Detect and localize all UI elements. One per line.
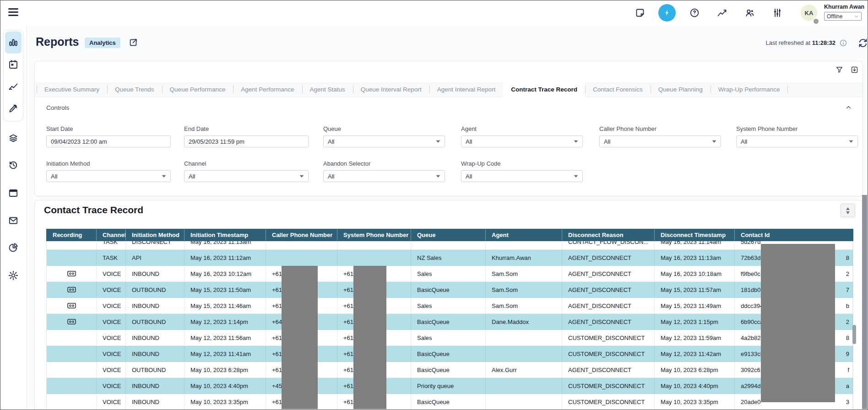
table-row[interactable]: VOICEINBOUNDMay 12, 2023 11:56am+614+612… bbox=[47, 330, 853, 346]
contacts-icon[interactable] bbox=[744, 7, 755, 18]
recording-icon[interactable] bbox=[67, 270, 76, 277]
caret-down-icon bbox=[162, 175, 166, 178]
recording-icon[interactable] bbox=[67, 318, 76, 325]
chevron-up-icon bbox=[845, 103, 852, 111]
agent-select[interactable]: All bbox=[461, 135, 583, 147]
filter-icon[interactable] bbox=[835, 65, 844, 74]
cell-disconnect-timestamp: May 15, 2023 11:49am bbox=[655, 298, 735, 314]
note-icon[interactable] bbox=[635, 7, 646, 18]
tab-agent-performance[interactable]: Agent Performance bbox=[233, 82, 302, 97]
table-row[interactable]: VOICEINBOUNDMay 16, 2023 10:12am+614+612… bbox=[47, 266, 853, 282]
queue-select[interactable]: All bbox=[323, 135, 445, 147]
column-header-disconnect-reason[interactable]: Disconnect Reason bbox=[562, 229, 655, 241]
refresh-icon[interactable] bbox=[857, 38, 868, 49]
channel-select[interactable]: All bbox=[184, 170, 309, 182]
column-header-caller-phone-number[interactable]: Caller Phone Number bbox=[266, 229, 337, 241]
external-link-icon[interactable] bbox=[128, 38, 138, 48]
sidebar-item-design[interactable] bbox=[5, 97, 22, 119]
table-row[interactable]: TASKAPIMay 16, 2023 11:12amNZ SalesKhurr… bbox=[47, 250, 853, 266]
flash-icon[interactable] bbox=[658, 4, 676, 22]
info-icon[interactable] bbox=[839, 39, 847, 47]
column-header-disconnect-timestamp[interactable]: Disconnect Timestamp bbox=[655, 229, 735, 241]
contact-id-prefix: 6b90cca bbox=[741, 318, 763, 325]
column-header-queue[interactable]: Queue bbox=[411, 229, 486, 241]
tab-queue-trends[interactable]: Queue Trends bbox=[107, 82, 162, 97]
last-refreshed-time: 11:28:32 bbox=[812, 39, 835, 46]
table-row[interactable]: VOICEINBOUNDMay 12, 2023 11:41am+614+612… bbox=[47, 346, 853, 362]
column-header-agent[interactable]: Agent bbox=[486, 229, 562, 241]
field-value: All bbox=[604, 138, 610, 145]
design-brush-icon bbox=[8, 103, 19, 114]
sidebar-item-settings[interactable] bbox=[8, 270, 19, 281]
field-value: All bbox=[189, 173, 195, 180]
end-date-input[interactable]: 29/05/2023 11:59 pm bbox=[184, 135, 309, 147]
table-row[interactable]: VOICEOUTBOUNDMay 12, 2023 1:14pm+642+612… bbox=[47, 314, 853, 330]
cell-initiation-method: OUTBOUND bbox=[126, 282, 184, 298]
calendar-icon bbox=[8, 59, 19, 70]
collapse-controls-button[interactable] bbox=[845, 103, 852, 111]
tab-contact-forensics[interactable]: Contact Forensics bbox=[585, 82, 651, 97]
tab-queue-interval-report[interactable]: Queue Interval Report bbox=[353, 82, 429, 97]
cell-recording bbox=[47, 394, 97, 410]
table-row[interactable]: VOICEOUTBOUNDMay 10, 2023 6:28pm+614+612… bbox=[47, 362, 853, 378]
column-header-initiation-method[interactable]: Initiation Method bbox=[126, 229, 184, 241]
wrap-up-code-select[interactable]: All bbox=[461, 170, 583, 182]
sliders-icon[interactable] bbox=[772, 7, 783, 18]
column-header-contact-id[interactable]: Contact Id bbox=[735, 229, 853, 241]
sidebar-item-trends[interactable] bbox=[5, 76, 22, 97]
initiation-method-select[interactable]: All bbox=[46, 170, 171, 182]
line-chart-icon[interactable] bbox=[716, 7, 727, 18]
status-select[interactable]: Offline bbox=[824, 12, 862, 21]
tab-queue-performance[interactable]: Queue Performance bbox=[162, 82, 233, 97]
download-icon[interactable] bbox=[850, 65, 859, 74]
tab-contract-trace-record[interactable]: Contract Trace Record bbox=[503, 82, 585, 98]
column-header-initiation-timestamp[interactable]: Initiation Timestamp bbox=[184, 229, 266, 241]
field-queue: QueueAll bbox=[323, 125, 445, 147]
start-date-input[interactable]: 09/04/2023 12:00 am bbox=[46, 135, 171, 147]
sidebar-item-reports[interactable] bbox=[5, 32, 22, 54]
table-row[interactable]: VOICEINBOUNDMay 15, 2023 11:46am+614+612… bbox=[47, 298, 853, 314]
contact-id-prefix: a2994d bbox=[741, 383, 760, 389]
tab-queue-planning[interactable]: Queue Planning bbox=[651, 82, 711, 97]
table-row[interactable]: TASKDISCONNECTMay 16, 2023 11:13amCONTAC… bbox=[47, 241, 853, 250]
tab-agent-status[interactable]: Agent Status bbox=[302, 82, 353, 97]
column-header-channel[interactable]: Channel bbox=[97, 229, 126, 241]
spinner-up-icon[interactable] bbox=[846, 207, 850, 210]
sidebar-item-mail[interactable] bbox=[8, 215, 19, 226]
cell-disconnect-timestamp: May 16, 2023 11:14am bbox=[655, 241, 735, 250]
recording-icon[interactable] bbox=[67, 286, 76, 293]
cell-channel: VOICE bbox=[97, 266, 126, 282]
cell-initiation-timestamp: May 12, 2023 1:14pm bbox=[184, 314, 266, 330]
spinner-down-icon[interactable] bbox=[846, 211, 850, 214]
cell-recording bbox=[47, 298, 97, 314]
column-header-system-phone-number[interactable]: System Phone Number bbox=[337, 229, 411, 241]
cell-initiation-timestamp: May 10, 2023 4:40pm bbox=[184, 378, 266, 394]
help-icon[interactable] bbox=[689, 7, 700, 18]
panel-spinner[interactable] bbox=[841, 204, 855, 217]
cell-disconnect-timestamp: May 10, 2023 6:28pm bbox=[655, 362, 735, 378]
table-row[interactable]: VOICEINBOUNDMay 10, 2023 3:35pm+614+612B… bbox=[47, 394, 853, 410]
tab-wrap-up-performance[interactable]: Wrap-Up Performance bbox=[711, 82, 788, 97]
table-row[interactable]: VOICEOUTBOUNDMay 15, 2023 11:50am+614+61… bbox=[47, 282, 853, 298]
abandon-selector-select[interactable]: All bbox=[323, 170, 445, 182]
recording-icon[interactable] bbox=[67, 302, 76, 309]
field-label: Agent bbox=[461, 125, 583, 132]
tab-executive-summary[interactable]: Executive Summary bbox=[37, 82, 107, 97]
sidebar-item-layers[interactable] bbox=[8, 133, 19, 144]
system-phone-number-select[interactable]: All bbox=[736, 135, 858, 147]
hamburger-menu-icon[interactable] bbox=[8, 8, 18, 17]
sidebar-item-history[interactable] bbox=[8, 160, 19, 171]
field-wrap-up-code: Wrap-Up CodeAll bbox=[461, 160, 583, 182]
table-row[interactable]: VOICEINBOUNDMay 10, 2023 4:40pm+457+612P… bbox=[47, 378, 853, 394]
contact-id-suffix: a bbox=[846, 383, 849, 389]
sidebar-item-pie[interactable] bbox=[8, 242, 19, 253]
sidebar-item-window[interactable] bbox=[8, 188, 19, 199]
column-header-recording[interactable]: Recording bbox=[47, 229, 97, 241]
caller-phone-number-select[interactable]: All bbox=[599, 135, 721, 147]
table-scrollbar-thumb[interactable] bbox=[852, 325, 856, 344]
field-value: All bbox=[466, 138, 472, 145]
sidebar-item-schedule[interactable] bbox=[5, 54, 22, 76]
page-scrollbar-thumb[interactable] bbox=[862, 195, 867, 409]
cell-initiation-timestamp: May 12, 2023 11:56am bbox=[184, 330, 266, 346]
tab-agent-interval-report[interactable]: Agent Interval Report bbox=[429, 82, 504, 97]
